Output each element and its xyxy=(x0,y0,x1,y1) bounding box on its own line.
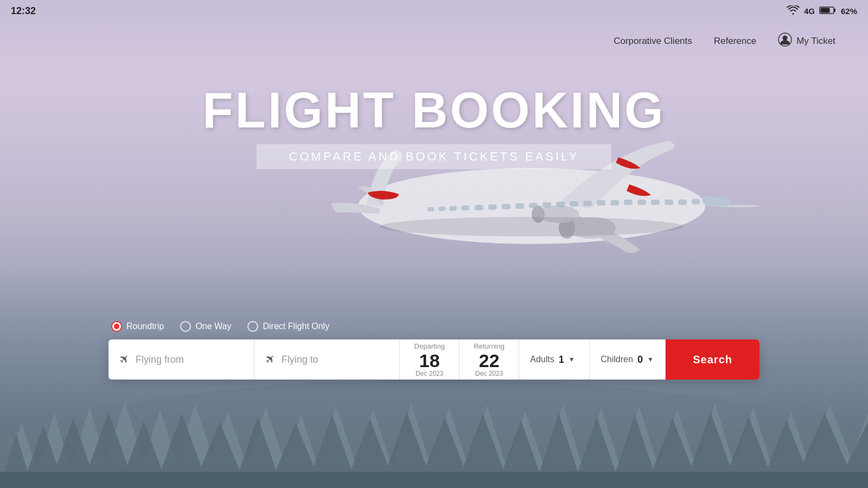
returning-day: 22 xyxy=(479,351,500,370)
children-field[interactable]: Children 0 ▼ xyxy=(590,339,666,380)
children-chevron-icon: ▼ xyxy=(647,356,654,363)
hero-subtitle-bar: COMPARE AND BOOK TICKETS EASILY xyxy=(257,144,612,169)
radio-direct-circle xyxy=(247,321,258,332)
plane-arrival-icon: ✈ xyxy=(261,351,278,368)
status-bar: 12:32 4G 62% xyxy=(0,0,868,22)
status-icons: 4G 62% xyxy=(787,5,857,17)
account-icon xyxy=(778,33,792,49)
departing-label: Departing xyxy=(414,342,445,350)
children-value: 0 xyxy=(637,354,643,365)
adults-value: 1 xyxy=(559,354,564,365)
hero-subtitle: COMPARE AND BOOK TICKETS EASILY xyxy=(289,150,579,164)
my-ticket-label: My Ticket xyxy=(796,36,835,47)
plane-departure-icon: ✈ xyxy=(116,351,132,368)
radio-roundtrip-circle xyxy=(111,321,122,332)
radio-roundtrip[interactable]: Roundtrip xyxy=(111,321,164,332)
hero-section: FLIGHT BOOKING COMPARE AND BOOK TICKETS … xyxy=(0,60,868,169)
nav-reference[interactable]: Reference xyxy=(714,36,756,47)
departing-day: 18 xyxy=(419,351,440,370)
departing-month: Dec 2023 xyxy=(416,370,443,377)
search-button[interactable]: Search xyxy=(666,339,760,380)
trip-type-row: Roundtrip One Way Direct Flight Only xyxy=(108,321,760,332)
svg-rect-81 xyxy=(820,8,829,12)
flying-from-text: Flying from xyxy=(136,354,184,365)
nav-my-ticket[interactable]: My Ticket xyxy=(778,33,835,49)
roundtrip-label: Roundtrip xyxy=(126,322,164,331)
returning-month: Dec 2023 xyxy=(475,370,503,377)
nav-bar: Corporative Clients Reference My Ticket xyxy=(0,22,868,60)
departing-field[interactable]: Departing 18 Dec 2023 xyxy=(400,339,459,380)
network-label: 4G xyxy=(804,7,815,16)
returning-label: Returning xyxy=(474,342,505,350)
battery-percent: 62% xyxy=(841,7,857,16)
nav-corporative[interactable]: Corporative Clients xyxy=(614,36,692,47)
direct-label: Direct Flight Only xyxy=(263,322,329,331)
battery-icon xyxy=(819,6,837,16)
flying-to-text: Flying to xyxy=(282,354,318,365)
adults-field[interactable]: Adults 1 ▼ xyxy=(519,339,590,380)
hero-title: FLIGHT BOOKING xyxy=(202,82,665,139)
radio-direct[interactable]: Direct Flight Only xyxy=(247,321,329,332)
svg-point-83 xyxy=(783,36,788,41)
flying-from-field[interactable]: ✈ Flying from xyxy=(108,339,254,380)
returning-field[interactable]: Returning 22 Dec 2023 xyxy=(459,339,519,380)
children-label: Children xyxy=(601,355,633,364)
radio-oneway[interactable]: One Way xyxy=(180,321,231,332)
svg-rect-80 xyxy=(834,9,835,12)
search-bar: ✈ Flying from ✈ Flying to Departing 18 D… xyxy=(108,339,760,380)
search-section: Roundtrip One Way Direct Flight Only ✈ F… xyxy=(108,321,760,380)
adults-label: Adults xyxy=(530,355,554,364)
svg-rect-49 xyxy=(0,472,868,488)
status-time: 12:32 xyxy=(11,5,36,17)
flying-to-field[interactable]: ✈ Flying to xyxy=(254,339,400,380)
wifi-icon xyxy=(787,5,800,17)
adults-chevron-icon: ▼ xyxy=(569,356,575,363)
oneway-label: One Way xyxy=(195,322,231,331)
radio-oneway-circle xyxy=(180,321,191,332)
